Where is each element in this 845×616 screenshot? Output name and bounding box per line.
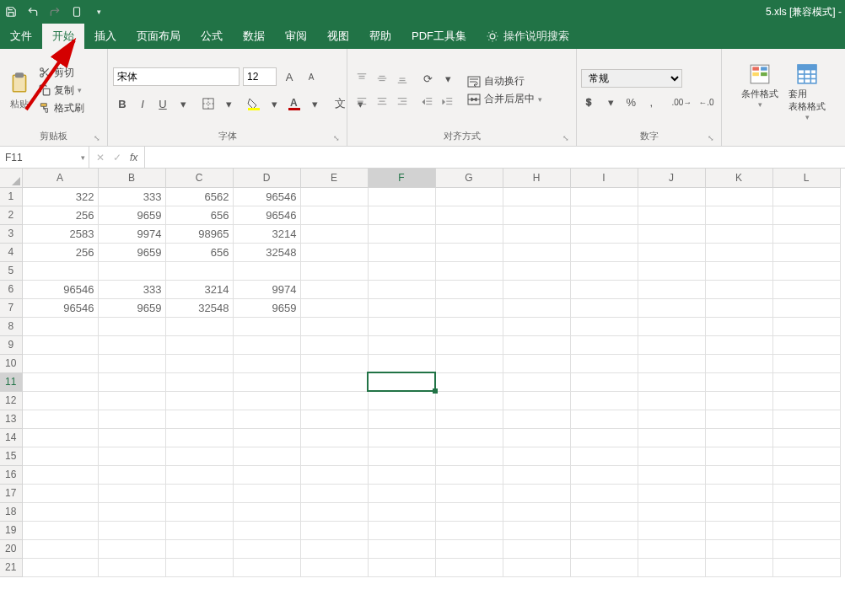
cell[interactable] bbox=[705, 521, 772, 539]
cell[interactable] bbox=[98, 372, 165, 391]
cell[interactable] bbox=[98, 391, 165, 410]
cell[interactable] bbox=[435, 539, 503, 558]
cell[interactable] bbox=[503, 558, 570, 576]
cell[interactable] bbox=[233, 335, 300, 354]
tab-insert[interactable]: 插入 bbox=[84, 24, 126, 49]
cell[interactable] bbox=[705, 465, 772, 484]
cell[interactable] bbox=[638, 261, 705, 280]
cell[interactable]: 6562 bbox=[165, 187, 233, 206]
cell[interactable] bbox=[772, 558, 840, 576]
cell[interactable] bbox=[165, 354, 233, 372]
cell[interactable] bbox=[705, 484, 772, 502]
cell[interactable] bbox=[772, 521, 840, 539]
row-header[interactable]: 17 bbox=[0, 484, 22, 502]
cell[interactable] bbox=[22, 502, 98, 521]
cell[interactable] bbox=[233, 261, 300, 280]
cell[interactable] bbox=[368, 298, 435, 317]
redo-icon[interactable] bbox=[47, 4, 62, 19]
cell[interactable] bbox=[570, 484, 638, 502]
align-top-icon[interactable] bbox=[353, 69, 371, 88]
cell[interactable] bbox=[772, 298, 840, 317]
cell[interactable] bbox=[570, 558, 638, 576]
row-header[interactable]: 16 bbox=[0, 465, 22, 484]
fill-color-button[interactable] bbox=[245, 94, 263, 113]
cell[interactable] bbox=[22, 465, 98, 484]
cell[interactable] bbox=[233, 391, 300, 410]
cell[interactable] bbox=[368, 558, 435, 576]
cell[interactable] bbox=[22, 317, 98, 335]
cell[interactable] bbox=[435, 224, 503, 243]
cell[interactable] bbox=[503, 354, 570, 372]
cell[interactable] bbox=[22, 391, 98, 410]
column-header[interactable]: D bbox=[233, 169, 300, 187]
paste-icon[interactable] bbox=[8, 71, 30, 96]
cell[interactable]: 96546 bbox=[22, 280, 98, 298]
number-format-combo[interactable]: 常规 bbox=[581, 69, 682, 88]
align-left-icon[interactable] bbox=[353, 93, 371, 111]
cell[interactable] bbox=[772, 335, 840, 354]
merge-center-button[interactable]: 合并后居中 ▾ bbox=[467, 92, 542, 106]
cell[interactable] bbox=[772, 391, 840, 410]
cell[interactable] bbox=[22, 484, 98, 502]
cell[interactable]: 9659 bbox=[233, 298, 300, 317]
cell[interactable] bbox=[300, 391, 368, 410]
row-header[interactable]: 14 bbox=[0, 428, 22, 447]
row-header[interactable]: 1 bbox=[0, 187, 22, 206]
row-header[interactable]: 12 bbox=[0, 391, 22, 410]
cell[interactable] bbox=[503, 502, 570, 521]
cell[interactable] bbox=[570, 224, 638, 243]
cell[interactable]: 656 bbox=[165, 243, 233, 261]
font-name-combo[interactable] bbox=[113, 67, 240, 86]
cell[interactable] bbox=[165, 372, 233, 391]
column-header[interactable]: F bbox=[368, 169, 435, 187]
border-button[interactable] bbox=[199, 94, 218, 113]
cell[interactable] bbox=[165, 521, 233, 539]
cell[interactable] bbox=[368, 502, 435, 521]
align-right-icon[interactable] bbox=[393, 93, 412, 111]
cell[interactable] bbox=[368, 261, 435, 280]
cell[interactable] bbox=[705, 243, 772, 261]
cell[interactable] bbox=[772, 372, 840, 391]
cell[interactable] bbox=[300, 372, 368, 391]
cell[interactable] bbox=[570, 243, 638, 261]
cell[interactable] bbox=[22, 539, 98, 558]
cell[interactable] bbox=[300, 206, 368, 224]
cell[interactable] bbox=[300, 335, 368, 354]
underline-button[interactable]: U bbox=[153, 94, 172, 113]
cell[interactable] bbox=[772, 243, 840, 261]
cell[interactable] bbox=[772, 187, 840, 206]
cell[interactable] bbox=[300, 354, 368, 372]
cell[interactable] bbox=[503, 206, 570, 224]
column-header[interactable]: H bbox=[503, 169, 570, 187]
cell[interactable] bbox=[705, 224, 772, 243]
row-header[interactable]: 6 bbox=[0, 280, 22, 298]
cell[interactable] bbox=[705, 280, 772, 298]
cell[interactable] bbox=[368, 521, 435, 539]
tab-data[interactable]: 数据 bbox=[233, 24, 275, 49]
format-painter-button[interactable]: 格式刷 bbox=[37, 100, 86, 116]
cell[interactable] bbox=[165, 428, 233, 447]
cell[interactable]: 322 bbox=[22, 187, 98, 206]
cell[interactable] bbox=[638, 410, 705, 428]
cell[interactable] bbox=[300, 484, 368, 502]
comma-icon[interactable]: , bbox=[642, 93, 660, 111]
tab-review[interactable]: 审阅 bbox=[275, 24, 317, 49]
cell[interactable] bbox=[98, 484, 165, 502]
cell[interactable] bbox=[435, 428, 503, 447]
cell[interactable] bbox=[98, 521, 165, 539]
cell[interactable] bbox=[570, 372, 638, 391]
cell[interactable] bbox=[435, 243, 503, 261]
cell[interactable] bbox=[435, 335, 503, 354]
cell[interactable] bbox=[638, 372, 705, 391]
percent-icon[interactable]: % bbox=[622, 93, 640, 111]
cell[interactable] bbox=[368, 465, 435, 484]
cell[interactable]: 9974 bbox=[233, 280, 300, 298]
decrease-decimal-icon[interactable]: ←.0 bbox=[696, 93, 716, 111]
cell[interactable] bbox=[300, 447, 368, 465]
cell[interactable]: 9659 bbox=[98, 298, 165, 317]
cell[interactable] bbox=[772, 447, 840, 465]
cell[interactable] bbox=[435, 317, 503, 335]
cell[interactable] bbox=[368, 206, 435, 224]
cell[interactable] bbox=[638, 243, 705, 261]
cell[interactable] bbox=[435, 391, 503, 410]
